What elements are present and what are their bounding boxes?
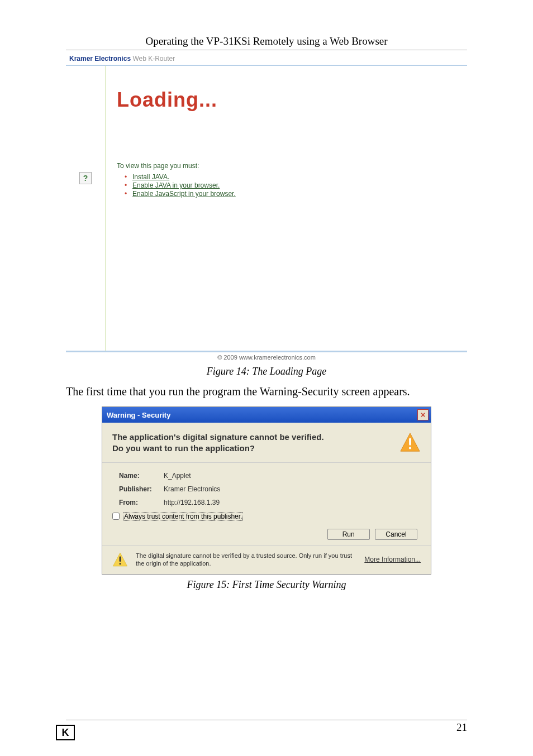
brand-name: Kramer Electronics (69, 55, 131, 63)
svg-point-2 (409, 447, 411, 449)
browser-left: ? (66, 66, 105, 351)
dialog-question: The application's digital signature cann… (112, 432, 394, 454)
dialog-title: Warning - Security (107, 411, 170, 419)
body-text: The first time that you run the program … (66, 384, 467, 399)
browser-content: Loading... To view this page you must: I… (106, 66, 467, 351)
link-install-java[interactable]: Install JAVA. (132, 173, 169, 181)
help-icon[interactable]: ? (79, 172, 92, 184)
dialog-footnote: The digital signature cannot be verified… (136, 552, 359, 568)
trust-checkbox-row[interactable]: Always trust content from this publisher… (112, 512, 421, 521)
figure-15-caption: Figure 15: First Time Security Warning (0, 579, 533, 591)
figure-14-caption: Figure 14: The Loading Page (0, 366, 533, 377)
cancel-button[interactable]: Cancel (375, 529, 417, 540)
svg-rect-1 (409, 438, 411, 445)
page-header: Operating the VP-31KSi Remotely using a … (66, 31, 467, 50)
svg-rect-4 (120, 556, 121, 562)
loading-heading: Loading... (117, 88, 461, 112)
value-name: K_Applet (164, 472, 191, 480)
dialog-bottom: The digital signature cannot be verified… (102, 546, 431, 575)
brand-sub: Web K-Router (132, 55, 175, 63)
value-publisher: Kramer Electronics (164, 485, 220, 493)
security-dialog: Warning - Security × The application's d… (102, 406, 431, 575)
dialog-titlebar: Warning - Security × (102, 407, 431, 423)
browser-footer: © 2009 www.kramerelectronics.com (66, 351, 467, 362)
dialog-top: The application's digital signature cann… (102, 423, 431, 463)
value-from: http://192.168.1.39 (164, 499, 220, 506)
trust-checkbox-label: Always trust content from this publisher… (123, 512, 243, 521)
dialog-middle: Name: K_Applet Publisher: Kramer Electro… (102, 463, 431, 546)
browser-frame: Kramer Electronics Web K-Router ? Loadin… (66, 52, 467, 362)
label-name: Name: (119, 472, 164, 480)
more-information-link[interactable]: More Information... (364, 556, 421, 563)
dialog-question-l1: The application's digital signature cann… (112, 432, 324, 442)
warning-icon-small (112, 552, 128, 567)
dialog-question-l2: Do you want to run the application? (112, 443, 255, 453)
run-button[interactable]: Run (327, 529, 370, 540)
page-number: 21 (66, 720, 467, 734)
link-enable-java[interactable]: Enable JAVA in your browser. (132, 181, 220, 189)
label-from: From: (119, 499, 164, 506)
browser-body: ? Loading... To view this page you must:… (66, 66, 467, 351)
trust-checkbox[interactable] (112, 513, 120, 520)
browser-title-bar: Kramer Electronics Web K-Router (66, 52, 467, 66)
instructions-intro: To view this page you must: (117, 162, 461, 170)
kramer-logo: K (56, 725, 75, 740)
label-publisher: Publisher: (119, 485, 164, 493)
svg-point-5 (119, 563, 121, 564)
close-icon[interactable]: × (417, 409, 429, 420)
warning-icon (399, 432, 421, 453)
link-enable-js[interactable]: Enable JavaScript in your browser. (132, 190, 236, 198)
instructions: To view this page you must: Install JAVA… (117, 162, 461, 198)
